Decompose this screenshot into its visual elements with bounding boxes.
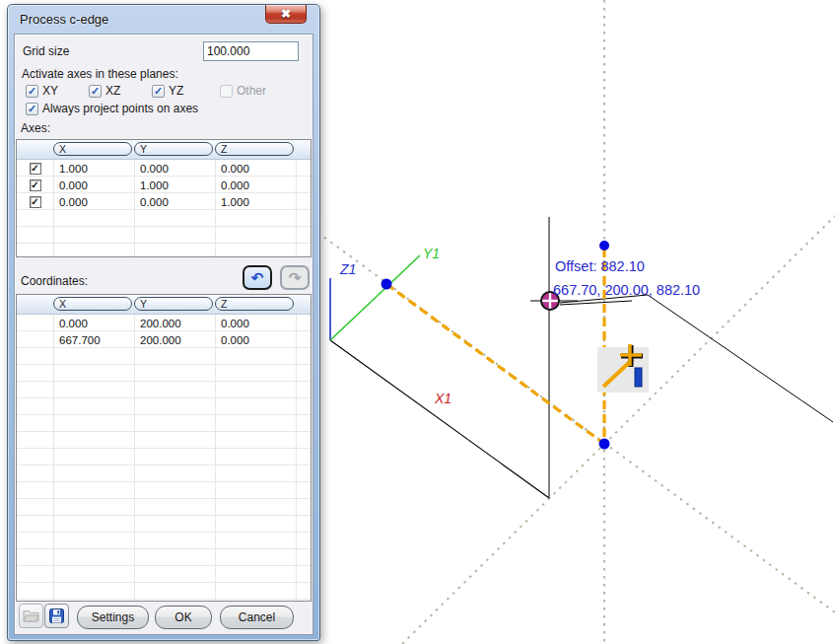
cell[interactable]: 1.000 (134, 179, 215, 191)
plane-checkbox-yz[interactable] (152, 85, 165, 98)
column-header-z[interactable]: Z (215, 297, 294, 311)
x-axis-label: X1 (434, 391, 452, 406)
redo-button: ↷ (280, 265, 310, 290)
table-row[interactable]: 667.700200.0000.000 (17, 331, 311, 348)
plane-option-xy[interactable]: XY (26, 84, 58, 98)
titlebar[interactable]: Process c-edge ✖ (8, 5, 319, 34)
planes-row: XYXZYZOther (15, 84, 313, 100)
edge-point-corner[interactable] (599, 439, 610, 450)
close-button[interactable]: ✖ (265, 5, 307, 24)
snap-indicator-icon (597, 344, 649, 393)
cancel-button[interactable]: Cancel (220, 606, 294, 629)
plane-option-other: Other (220, 84, 266, 98)
row-checkbox[interactable] (30, 196, 41, 208)
cell[interactable]: 0.000 (53, 318, 134, 329)
axes-table-body: 1.0000.0000.0000.0001.0000.0000.0000.000… (17, 160, 311, 256)
table-row[interactable]: 0.000200.0000.000 (17, 315, 311, 331)
column-header-y[interactable]: Y (134, 142, 213, 156)
cell[interactable]: 200.000 (134, 334, 215, 346)
grid-size-label: Grid size (23, 44, 69, 58)
offset-annotation-line2: 667.70, 200.00, 882.10 (553, 282, 700, 298)
cell[interactable]: 1.000 (215, 196, 296, 208)
save-button[interactable] (44, 604, 69, 628)
edge-point-top[interactable] (599, 241, 609, 250)
row-checkbox[interactable] (30, 179, 41, 191)
cell[interactable]: 0.000 (215, 179, 296, 191)
open-button (19, 604, 43, 628)
cell[interactable]: 0.000 (134, 163, 215, 175)
undo-icon: ↶ (251, 270, 264, 285)
y-axis-label: Y1 (423, 246, 440, 261)
close-icon: ✖ (281, 8, 291, 20)
column-header-x[interactable]: X (53, 297, 132, 311)
edge-point-start[interactable] (382, 279, 392, 290)
axes-table-header: XYZ (17, 140, 311, 160)
cell[interactable]: 0.000 (53, 196, 134, 208)
axes-section-label: Axes: (21, 121, 50, 135)
cell[interactable]: 0.000 (53, 179, 134, 191)
redo-icon: ↷ (289, 270, 302, 285)
grid-line-diagonal-b (402, 216, 835, 644)
grid-size-input[interactable] (203, 41, 299, 61)
process-c-edge-dialog: Process c-edge ✖ Grid size Activate axes… (7, 4, 320, 641)
cell[interactable]: 1.000 (53, 163, 134, 175)
plane-checkbox-xz[interactable] (89, 85, 102, 98)
cell[interactable]: 200.000 (134, 318, 215, 329)
settings-button[interactable]: Settings (77, 606, 149, 629)
plane-option-xz[interactable]: XZ (89, 84, 120, 98)
cell[interactable]: 0.000 (215, 318, 296, 329)
always-project-option[interactable]: Always project points on axes (26, 102, 198, 115)
plane-label: XZ (105, 84, 120, 98)
window-title: Process c-edge (20, 12, 108, 27)
ok-button[interactable]: OK (155, 606, 212, 629)
z-axis-label: Z1 (339, 261, 356, 277)
column-header-z[interactable]: Z (215, 142, 294, 156)
cell[interactable]: 667.700 (53, 334, 134, 346)
axes-table[interactable]: XYZ 1.0000.0000.0000.0001.0000.0000.0000… (16, 139, 312, 257)
undo-button[interactable]: ↶ (243, 265, 272, 290)
column-header-x[interactable]: X (53, 142, 132, 156)
always-project-checkbox[interactable] (26, 103, 38, 115)
save-icon (49, 608, 64, 623)
plane-label: XY (42, 84, 58, 98)
coordinates-table-body: 0.000200.0000.000667.700200.0000.000 (17, 315, 311, 601)
plane-label: YZ (169, 84, 183, 98)
coordinates-section-label: Coordinates: (21, 274, 88, 288)
plane-option-yz[interactable]: YZ (152, 84, 183, 98)
offset-annotation-line1: Offset: 882.10 (555, 258, 645, 274)
coordinates-table[interactable]: XYZ 0.000200.0000.000667.700200.0000.000 (16, 294, 312, 602)
dialog-body: Grid size Activate axes in these planes:… (14, 34, 313, 635)
open-folder-icon (23, 609, 39, 622)
cell[interactable]: 0.000 (215, 334, 296, 346)
plane-label: Other (237, 84, 266, 98)
cell[interactable]: 0.000 (215, 163, 296, 175)
activate-axes-label: Activate axes in these planes: (22, 67, 178, 81)
table-row[interactable]: 0.0000.0001.000 (17, 193, 311, 210)
x-axis-line (330, 340, 549, 498)
table-row[interactable]: 0.0001.0000.000 (17, 177, 311, 193)
plane-checkbox-xy[interactable] (26, 85, 38, 98)
table-row[interactable]: 1.0000.0000.000 (17, 160, 311, 177)
plane-checkbox-other (220, 85, 233, 98)
column-header-y[interactable]: Y (134, 297, 213, 311)
always-project-label: Always project points on axes (42, 102, 198, 115)
coordinates-table-header: XYZ (17, 295, 311, 315)
row-checkbox[interactable] (30, 163, 41, 175)
cell[interactable]: 0.000 (134, 196, 215, 208)
